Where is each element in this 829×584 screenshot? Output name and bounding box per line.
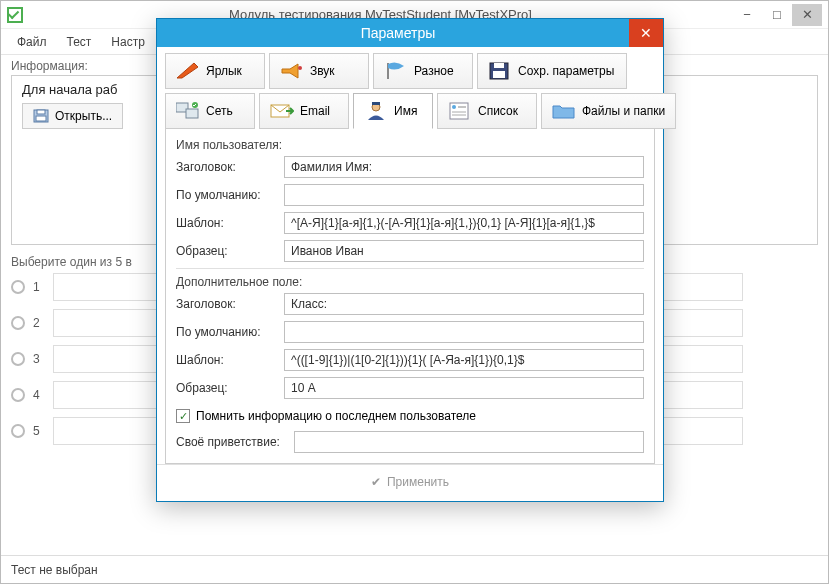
tab-list-label: Список <box>478 104 518 118</box>
form-row: Заголовок: <box>176 156 644 178</box>
extra-group-label: Дополнительное поле: <box>176 275 644 289</box>
list-icon <box>448 101 472 121</box>
form-row: По умолчанию: <box>176 184 644 206</box>
save-params-label: Сохр. параметры <box>518 64 614 78</box>
form-row: Образец: <box>176 377 644 399</box>
tab-network-label: Сеть <box>206 104 233 118</box>
sample-label: Образец: <box>176 244 276 258</box>
user-icon <box>364 101 388 121</box>
tab-shortcut[interactable]: Ярлык <box>165 53 265 89</box>
variant-radio[interactable] <box>11 316 25 330</box>
email-icon <box>270 101 294 121</box>
save-params-button[interactable]: Сохр. параметры <box>477 53 627 89</box>
disk-icon <box>33 108 49 124</box>
svg-rect-9 <box>186 109 198 118</box>
variant-num: 4 <box>33 388 45 402</box>
sample-label: Образец: <box>176 381 276 395</box>
check-icon: ✔ <box>371 475 381 489</box>
tab-content: Имя пользователя: Заголовок: По умолчани… <box>165 128 655 464</box>
dialog-close-button[interactable]: ✕ <box>629 19 663 47</box>
toolbar-row-1: Ярлык Звук Разное Сохр. параметры <box>165 53 655 89</box>
user-pattern-input[interactable] <box>284 212 644 234</box>
pattern-label: Шаблон: <box>176 353 276 367</box>
megaphone-icon <box>280 61 304 81</box>
dialog-toolbar: Ярлык Звук Разное Сохр. параметры Сеть <box>157 47 663 464</box>
variant-radio[interactable] <box>11 352 25 366</box>
extra-default-input[interactable] <box>284 321 644 343</box>
maximize-button[interactable]: □ <box>762 4 792 26</box>
form-row: Шаблон: <box>176 212 644 234</box>
svg-rect-13 <box>372 102 380 105</box>
flag-icon <box>384 61 408 81</box>
extra-pattern-input[interactable] <box>284 349 644 371</box>
greeting-input[interactable] <box>294 431 644 453</box>
app-icon <box>7 7 23 23</box>
folder-icon <box>552 101 576 121</box>
open-button[interactable]: Открыть... <box>22 103 123 129</box>
variant-num: 3 <box>33 352 45 366</box>
remember-label: Помнить информацию о последнем пользоват… <box>196 409 476 423</box>
menu-settings[interactable]: Настр <box>103 32 153 52</box>
svg-rect-7 <box>493 71 505 78</box>
remember-row: Помнить информацию о последнем пользоват… <box>176 409 644 423</box>
variant-num: 2 <box>33 316 45 330</box>
greeting-label: Своё приветствие: <box>176 435 286 449</box>
shortcut-icon <box>176 61 200 81</box>
header-label: Заголовок: <box>176 160 276 174</box>
user-header-input[interactable] <box>284 156 644 178</box>
variant-radio[interactable] <box>11 424 25 438</box>
tab-name[interactable]: Имя <box>353 93 433 129</box>
tab-files-label: Файлы и папки <box>582 104 665 118</box>
divider <box>176 268 644 269</box>
close-button[interactable]: ✕ <box>792 4 822 26</box>
extra-sample-input[interactable] <box>284 377 644 399</box>
form-row: Шаблон: <box>176 349 644 371</box>
status-bar: Тест не выбран <box>1 555 828 583</box>
menu-test[interactable]: Тест <box>59 32 100 52</box>
tab-email[interactable]: Email <box>259 93 349 129</box>
form-row: Образец: <box>176 240 644 262</box>
toolbar-row-2: Сеть Email Имя Список Файлы и папки <box>165 93 655 129</box>
open-button-label: Открыть... <box>55 109 112 123</box>
window-controls: − □ ✕ <box>732 4 822 26</box>
tab-files[interactable]: Файлы и папки <box>541 93 676 129</box>
variant-radio[interactable] <box>11 388 25 402</box>
minimize-button[interactable]: − <box>732 4 762 26</box>
svg-rect-1 <box>37 110 45 114</box>
tab-shortcut-label: Ярлык <box>206 64 242 78</box>
svg-rect-6 <box>494 63 504 68</box>
svg-point-3 <box>298 66 302 70</box>
form-row: Заголовок: <box>176 293 644 315</box>
tab-network[interactable]: Сеть <box>165 93 255 129</box>
apply-bar: ✔ Применить <box>157 464 663 501</box>
variant-num: 1 <box>33 280 45 294</box>
tab-list[interactable]: Список <box>437 93 537 129</box>
pattern-label: Шаблон: <box>176 216 276 230</box>
extra-header-input[interactable] <box>284 293 644 315</box>
user-default-input[interactable] <box>284 184 644 206</box>
save-icon <box>488 61 512 81</box>
form-row: По умолчанию: <box>176 321 644 343</box>
default-label: По умолчанию: <box>176 325 276 339</box>
remember-checkbox[interactable] <box>176 409 190 423</box>
tab-email-label: Email <box>300 104 330 118</box>
dialog-title: Параметры <box>167 25 629 41</box>
svg-rect-2 <box>36 116 46 121</box>
apply-label: Применить <box>387 475 449 489</box>
settings-dialog: Параметры ✕ Ярлык Звук Разное Сохр. пара… <box>156 18 664 502</box>
user-group-label: Имя пользователя: <box>176 138 644 152</box>
tab-sound-label: Звук <box>310 64 335 78</box>
default-label: По умолчанию: <box>176 188 276 202</box>
tab-misc[interactable]: Разное <box>373 53 473 89</box>
header-label: Заголовок: <box>176 297 276 311</box>
status-text: Тест не выбран <box>11 563 98 577</box>
network-icon <box>176 101 200 121</box>
user-sample-input[interactable] <box>284 240 644 262</box>
svg-rect-14 <box>450 103 468 119</box>
tab-misc-label: Разное <box>414 64 454 78</box>
tab-sound[interactable]: Звук <box>269 53 369 89</box>
variant-radio[interactable] <box>11 280 25 294</box>
apply-button[interactable]: ✔ Применить <box>371 475 449 489</box>
menu-file[interactable]: Файл <box>9 32 55 52</box>
greeting-row: Своё приветствие: <box>176 431 644 453</box>
